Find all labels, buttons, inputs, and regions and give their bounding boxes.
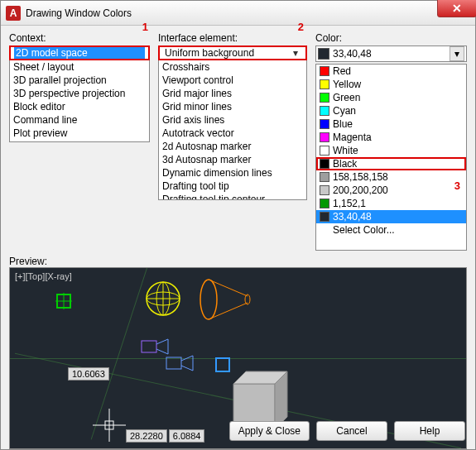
svg-line-10 [209, 303, 248, 319]
color-item[interactable]: Green [316, 91, 466, 104]
color-swatch-icon [320, 93, 329, 103]
interface-listbox[interactable]: CrosshairsViewport controlGrid major lin… [158, 60, 307, 200]
color-item[interactable]: 33,40,48 [316, 210, 466, 223]
coord-label-2b: 6.0884 [169, 429, 205, 443]
color-item[interactable]: 158,158,158 [316, 170, 466, 184]
list-item[interactable]: Drafting tool tip contour [159, 193, 306, 200]
list-item[interactable]: Grid axis lines [159, 113, 306, 127]
color-swatch-icon [320, 185, 329, 195]
list-item[interactable]: Command line [10, 113, 149, 127]
color-item[interactable]: White [316, 144, 466, 157]
color-swatch-icon [320, 159, 329, 169]
crosshair-icon [93, 409, 126, 442]
interface-select[interactable]: Uniform background ▾ [158, 45, 307, 60]
list-item[interactable]: Sheet / layout [10, 60, 149, 74]
color-swatch-icon [320, 66, 329, 76]
context-select[interactable]: 2D model space [9, 45, 150, 60]
color-item[interactable]: Select Color... [316, 223, 466, 237]
list-item[interactable]: Crosshairs [159, 60, 306, 74]
svg-line-9 [209, 280, 248, 296]
color-swatch-icon [318, 48, 329, 60]
context-listbox[interactable]: Sheet / layout3D parallel projection3D p… [9, 60, 150, 142]
color-item[interactable]: Cyan [316, 104, 466, 117]
list-item[interactable]: Drafting tool tip [159, 180, 306, 193]
coord-label-2a: 28.2280 [126, 429, 167, 443]
list-item[interactable]: 3d Autosnap marker [159, 153, 306, 166]
color-label: Color: [315, 32, 467, 44]
list-item[interactable]: Viewport control [159, 74, 306, 87]
color-swatch-icon [320, 146, 329, 156]
color-swatch-icon [320, 119, 329, 129]
color-swatch-icon [320, 212, 329, 222]
color-combo[interactable]: 33,40,48 ▾ [315, 45, 467, 62]
badge-2: 2 [298, 21, 304, 33]
context-label: Context: 1 [9, 32, 150, 44]
badge-1: 1 [142, 21, 148, 33]
interface-selected: Uniform background [163, 47, 289, 59]
view-label: [+][Top][X-ray] [15, 271, 72, 281]
app-logo-icon: A [6, 6, 21, 21]
coord-label-1: 10.6063 [68, 367, 109, 381]
color-swatch-icon [320, 199, 329, 208]
color-swatch-icon [320, 172, 329, 182]
badge-3: 3 [454, 180, 460, 192]
color-swatch-icon [320, 132, 329, 142]
list-item[interactable]: 3D perspective projection [10, 87, 149, 100]
color-dropdown-arrow-icon[interactable]: ▾ [450, 46, 464, 61]
color-item[interactable]: Blue [316, 117, 466, 131]
camera-icon-2 [163, 351, 196, 376]
color-item[interactable]: 200,200,200 [316, 184, 466, 197]
color-item[interactable]: Magenta [316, 131, 466, 144]
dialog-window: A Drawing Window Colors ✕ Context: 1 2D … [0, 0, 476, 450]
preview-label: Preview: [9, 256, 467, 267]
list-item[interactable]: Plot preview [10, 127, 149, 140]
color-item[interactable]: Red [316, 65, 466, 78]
color-selected-label: 33,40,48 [333, 48, 372, 60]
apply-close-button[interactable]: Apply & Close [229, 421, 310, 441]
svg-point-8 [200, 280, 217, 319]
list-item[interactable]: Dynamic dimension lines [159, 166, 306, 180]
sphere-wire-icon [142, 278, 184, 319]
list-item[interactable]: Block editor [10, 100, 149, 113]
titlebar: A Drawing Window Colors ✕ [1, 1, 475, 26]
close-button[interactable]: ✕ [437, 0, 476, 17]
color-item[interactable]: 1,152,1 [316, 197, 466, 210]
color-listbox[interactable]: RedYellowGreenCyanBlueMagentaWhiteBlack1… [315, 64, 467, 251]
color-item[interactable]: Yellow [316, 78, 466, 91]
context-selected: 2D model space [14, 47, 145, 59]
list-item[interactable]: Grid major lines [159, 87, 306, 100]
window-title: Drawing Window Colors [26, 7, 470, 19]
list-item[interactable]: Grid minor lines [159, 100, 306, 113]
list-item[interactable]: 3D parallel projection [10, 74, 149, 87]
target-icon [215, 357, 230, 372]
color-swatch-icon [320, 106, 329, 116]
list-item[interactable]: 2d Autosnap marker [159, 140, 306, 153]
help-button[interactable]: Help [394, 421, 465, 441]
content-area: Context: 1 2D model space Sheet / layout… [1, 26, 475, 449]
dropdown-arrow-icon: ▾ [289, 47, 302, 59]
svg-rect-12 [142, 341, 156, 352]
svg-rect-17 [216, 358, 229, 371]
color-item[interactable]: Black [316, 157, 466, 170]
svg-rect-13 [166, 357, 181, 369]
color-swatch-icon [320, 79, 329, 89]
snap-marker-icon [55, 293, 72, 309]
cone-wire-icon [196, 275, 254, 324]
cancel-button[interactable]: Cancel [316, 421, 387, 441]
list-item[interactable]: Autotrack vector [159, 127, 306, 140]
interface-label: Interface element: 2 [158, 32, 307, 44]
